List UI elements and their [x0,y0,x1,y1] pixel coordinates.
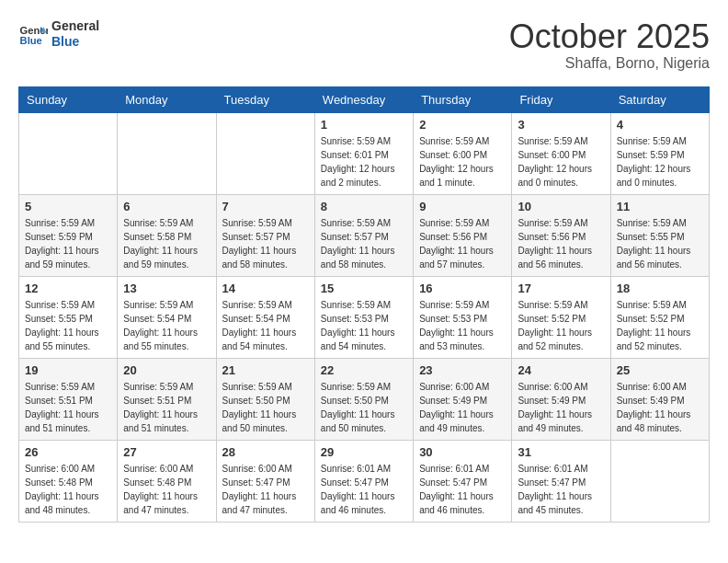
day-info: Sunrise: 5:59 AM Sunset: 5:56 PM Dayligh… [419,216,506,271]
weekday-header-tuesday: Tuesday [216,86,314,112]
calendar-cell: 14Sunrise: 5:59 AM Sunset: 5:54 PM Dayli… [216,276,314,358]
day-info: Sunrise: 5:59 AM Sunset: 5:55 PM Dayligh… [25,298,111,353]
day-info: Sunrise: 5:59 AM Sunset: 5:53 PM Dayligh… [321,298,407,353]
calendar-cell: 9Sunrise: 5:59 AM Sunset: 5:56 PM Daylig… [414,194,512,276]
day-info: Sunrise: 5:59 AM Sunset: 5:54 PM Dayligh… [123,298,210,353]
day-number: 1 [321,118,407,132]
day-info: Sunrise: 6:00 AM Sunset: 5:47 PM Dayligh… [222,462,309,517]
calendar-cell: 22Sunrise: 5:59 AM Sunset: 5:50 PM Dayli… [314,358,413,440]
day-number: 17 [518,282,604,295]
day-number: 26 [25,445,111,459]
day-number: 25 [617,363,703,377]
calendar-cell: 3Sunrise: 5:59 AM Sunset: 6:00 PM Daylig… [512,112,610,194]
weekday-header-saturday: Saturday [610,86,709,112]
day-number: 3 [518,118,604,132]
day-info: Sunrise: 5:59 AM Sunset: 5:59 PM Dayligh… [617,134,703,190]
day-number: 19 [25,363,111,377]
calendar-cell [118,112,216,194]
day-number: 10 [518,200,604,213]
location: Shaffa, Borno, Nigeria [509,55,710,72]
calendar-cell: 13Sunrise: 5:59 AM Sunset: 5:54 PM Dayli… [118,276,216,358]
day-info: Sunrise: 6:00 AM Sunset: 5:49 PM Dayligh… [617,380,703,435]
calendar-cell [610,440,709,522]
day-number: 15 [321,282,407,295]
title-section: October 2025 Shaffa, Borno, Nigeria [509,18,710,72]
day-number: 20 [123,363,210,377]
day-number: 2 [419,118,506,132]
day-info: Sunrise: 5:59 AM Sunset: 5:53 PM Dayligh… [419,298,506,353]
logo: General Blue General Blue [18,18,99,50]
day-number: 12 [25,282,111,295]
day-info: Sunrise: 5:59 AM Sunset: 6:00 PM Dayligh… [419,134,506,190]
logo-blue: Blue [51,34,99,50]
day-number: 13 [123,282,210,295]
day-info: Sunrise: 5:59 AM Sunset: 6:00 PM Dayligh… [518,134,604,190]
calendar-cell: 7Sunrise: 5:59 AM Sunset: 5:57 PM Daylig… [216,194,314,276]
day-number: 4 [617,118,703,132]
calendar-week-3: 12Sunrise: 5:59 AM Sunset: 5:55 PM Dayli… [19,276,710,358]
day-info: Sunrise: 6:01 AM Sunset: 5:47 PM Dayligh… [321,462,407,517]
day-info: Sunrise: 5:59 AM Sunset: 5:57 PM Dayligh… [222,216,309,271]
day-number: 9 [419,200,506,213]
calendar-cell: 15Sunrise: 5:59 AM Sunset: 5:53 PM Dayli… [314,276,413,358]
day-info: Sunrise: 5:59 AM Sunset: 5:57 PM Dayligh… [321,216,407,271]
day-number: 8 [321,200,407,213]
day-number: 5 [25,200,111,213]
calendar-cell: 21Sunrise: 5:59 AM Sunset: 5:50 PM Dayli… [216,358,314,440]
day-info: Sunrise: 6:00 AM Sunset: 5:48 PM Dayligh… [123,462,210,517]
calendar-cell [216,112,314,194]
calendar-week-2: 5Sunrise: 5:59 AM Sunset: 5:59 PM Daylig… [19,194,710,276]
calendar-cell: 17Sunrise: 5:59 AM Sunset: 5:52 PM Dayli… [512,276,610,358]
calendar-cell: 28Sunrise: 6:00 AM Sunset: 5:47 PM Dayli… [216,440,314,522]
day-info: Sunrise: 6:00 AM Sunset: 5:48 PM Dayligh… [25,462,111,517]
calendar-header-row: SundayMondayTuesdayWednesdayThursdayFrid… [19,86,710,112]
day-number: 11 [617,200,703,213]
day-number: 18 [617,282,703,295]
weekday-header-sunday: Sunday [19,86,118,112]
day-number: 31 [518,445,604,459]
calendar-cell: 29Sunrise: 6:01 AM Sunset: 5:47 PM Dayli… [314,440,413,522]
calendar-cell: 5Sunrise: 5:59 AM Sunset: 5:59 PM Daylig… [19,194,118,276]
page-header: General Blue General Blue October 2025 S… [18,18,710,72]
calendar-cell: 24Sunrise: 6:00 AM Sunset: 5:49 PM Dayli… [512,358,610,440]
calendar-cell: 25Sunrise: 6:00 AM Sunset: 5:49 PM Dayli… [610,358,709,440]
day-number: 27 [123,445,210,459]
calendar-cell: 27Sunrise: 6:00 AM Sunset: 5:48 PM Dayli… [118,440,216,522]
svg-text:Blue: Blue [20,35,42,46]
day-number: 7 [222,200,309,213]
day-info: Sunrise: 6:01 AM Sunset: 5:47 PM Dayligh… [518,462,604,517]
calendar-cell: 1Sunrise: 5:59 AM Sunset: 6:01 PM Daylig… [314,112,413,194]
day-info: Sunrise: 5:59 AM Sunset: 5:58 PM Dayligh… [123,216,210,271]
day-number: 23 [419,363,506,377]
calendar-cell: 2Sunrise: 5:59 AM Sunset: 6:00 PM Daylig… [414,112,512,194]
calendar-cell: 23Sunrise: 6:00 AM Sunset: 5:49 PM Dayli… [414,358,512,440]
day-number: 22 [321,363,407,377]
calendar-cell: 31Sunrise: 6:01 AM Sunset: 5:47 PM Dayli… [512,440,610,522]
day-number: 6 [123,200,210,213]
calendar-cell: 6Sunrise: 5:59 AM Sunset: 5:58 PM Daylig… [118,194,216,276]
calendar-cell: 20Sunrise: 5:59 AM Sunset: 5:51 PM Dayli… [118,358,216,440]
calendar-cell: 18Sunrise: 5:59 AM Sunset: 5:52 PM Dayli… [610,276,709,358]
calendar-week-4: 19Sunrise: 5:59 AM Sunset: 5:51 PM Dayli… [19,358,710,440]
calendar-cell: 30Sunrise: 6:01 AM Sunset: 5:47 PM Dayli… [414,440,512,522]
day-info: Sunrise: 5:59 AM Sunset: 5:54 PM Dayligh… [222,298,309,353]
month-title: October 2025 [509,18,710,55]
day-number: 14 [222,282,309,295]
calendar-week-1: 1Sunrise: 5:59 AM Sunset: 6:01 PM Daylig… [19,112,710,194]
calendar-week-5: 26Sunrise: 6:00 AM Sunset: 5:48 PM Dayli… [19,440,710,522]
weekday-header-friday: Friday [512,86,610,112]
calendar-cell: 10Sunrise: 5:59 AM Sunset: 5:56 PM Dayli… [512,194,610,276]
day-info: Sunrise: 5:59 AM Sunset: 5:51 PM Dayligh… [123,380,210,435]
weekday-header-monday: Monday [118,86,216,112]
calendar-cell: 8Sunrise: 5:59 AM Sunset: 5:57 PM Daylig… [314,194,413,276]
day-number: 30 [419,445,506,459]
calendar: SundayMondayTuesdayWednesdayThursdayFrid… [18,86,710,523]
day-info: Sunrise: 5:59 AM Sunset: 5:56 PM Dayligh… [518,216,604,271]
day-info: Sunrise: 6:01 AM Sunset: 5:47 PM Dayligh… [419,462,506,517]
logo-general: General [51,18,99,34]
day-info: Sunrise: 5:59 AM Sunset: 5:52 PM Dayligh… [617,298,703,353]
weekday-header-thursday: Thursday [414,86,512,112]
day-info: Sunrise: 6:00 AM Sunset: 5:49 PM Dayligh… [518,380,604,435]
weekday-header-wednesday: Wednesday [314,86,413,112]
day-info: Sunrise: 5:59 AM Sunset: 5:59 PM Dayligh… [25,216,111,271]
